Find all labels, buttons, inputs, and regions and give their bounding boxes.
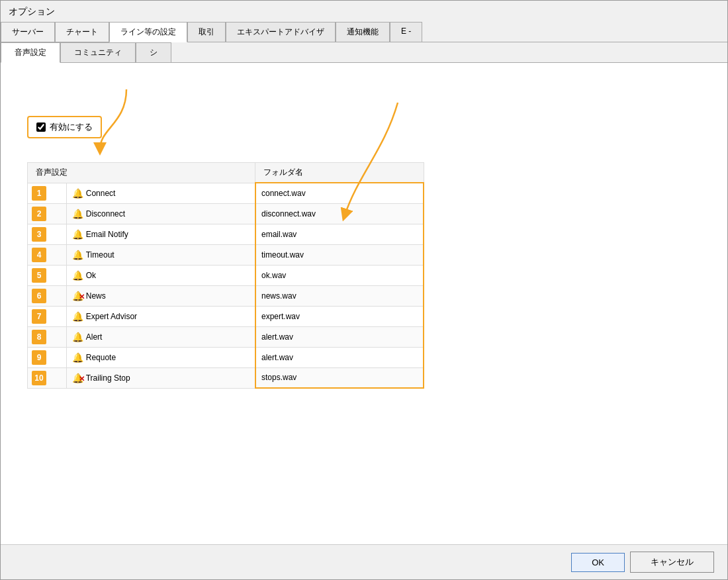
enable-checkbox[interactable] [36,122,46,132]
bell-icon: 🔔 [72,250,83,260]
file-name: ok.wav [261,271,286,280]
tab-trade[interactable]: 取引 [187,22,226,42]
col-file-header: フォルダ名 [255,163,424,183]
tab-bar-row2: 音声設定 コミュニティ シ [1,42,727,63]
sound-label: News [86,291,106,301]
window-title: オプション [9,6,55,17]
bell-icon: 🔔 [72,209,83,219]
enable-checkbox-container[interactable]: 有効にする [27,116,102,138]
content-area: 有効にする 音声設定 フォルダ名 1🔔Connectconnect.wav2🔔D… [1,63,727,544]
file-name: connect.wav [261,189,306,198]
row-number: 10 [32,371,46,385]
row-number: 3 [32,227,46,242]
sound-name-cell: 🔔Email Notify [66,224,255,244]
footer: OK キャンセル [1,544,727,579]
main-window: オプション サーバー チャート ライン等の設定 取引 エキスパートアドバイザ 通… [0,0,728,580]
row-number: 2 [32,207,46,221]
table-row[interactable]: 10🔔✕Trailing Stopstops.wav [28,367,424,388]
sound-file-cell[interactable]: timeout.wav [255,244,424,265]
sound-file-cell[interactable]: expert.wav [255,306,424,326]
table-row[interactable]: 6🔔✕Newsnews.wav [28,285,424,306]
sound-file-cell[interactable]: email.wav [255,224,424,244]
row-number: 8 [32,330,46,344]
cancel-button[interactable]: キャンセル [630,552,714,573]
sound-name-cell: 🔔Disconnect [66,203,255,224]
ok-button[interactable]: OK [571,553,625,572]
bell-x-icon: 🔔✕ [72,291,83,301]
sound-name-cell: 🔔✕Trailing Stop [66,367,255,388]
sound-label: Ok [86,271,96,280]
sound-file-cell[interactable]: stops.wav [255,367,424,388]
bell-icon: 🔔 [72,270,83,281]
tab-shi[interactable]: シ [136,42,171,62]
sound-label: Timeout [86,250,114,260]
table-row[interactable]: 5🔔Okok.wav [28,265,424,285]
col-name-header: 音声設定 [28,163,255,183]
file-name: timeout.wav [261,250,304,260]
enable-label: 有効にする [50,121,93,133]
bell-icon: 🔔 [72,332,83,342]
file-name: disconnect.wav [261,209,316,218]
table-section: 音声設定 フォルダ名 1🔔Connectconnect.wav2🔔Disconn… [27,162,707,389]
file-name: expert.wav [261,312,300,321]
sound-name-cell: 🔔Ok [66,265,255,285]
sound-name-cell: 🔔Requote [66,347,255,367]
bell-icon: 🔔 [72,352,83,363]
table-row[interactable]: 8🔔Alertalert.wav [28,326,424,347]
sound-label: Alert [86,332,103,342]
tab-notify[interactable]: 通知機能 [336,22,390,42]
sound-label: Disconnect [86,209,125,218]
sound-label: Expert Advisor [86,312,137,321]
table-row[interactable]: 1🔔Connectconnect.wav [28,183,424,203]
tab-sound-settings[interactable]: 音声設定 [1,42,60,63]
table-row[interactable]: 7🔔Expert Advisorexpert.wav [28,306,424,326]
row-number: 9 [32,350,46,365]
sound-name-cell: 🔔Expert Advisor [66,306,255,326]
bell-x-icon: 🔔✕ [72,373,83,383]
sound-file-cell[interactable]: disconnect.wav [255,203,424,224]
table-row[interactable]: 2🔔Disconnectdisconnect.wav [28,203,424,224]
sound-name-cell: 🔔Alert [66,326,255,347]
table-row[interactable]: 9🔔Requotealert.wav [28,347,424,367]
sound-label: Requote [86,353,116,362]
row-number: 4 [32,248,46,262]
tab-server[interactable]: サーバー [1,22,55,42]
tab-expert[interactable]: エキスパートアドバイザ [226,22,336,42]
sound-file-cell[interactable]: news.wav [255,285,424,306]
table-row[interactable]: 3🔔Email Notifyemail.wav [28,224,424,244]
file-name: email.wav [261,230,296,239]
file-name: stops.wav [261,373,296,382]
table-row[interactable]: 4🔔Timeouttimeout.wav [28,244,424,265]
file-name: news.wav [261,291,296,301]
file-name: alert.wav [261,353,293,362]
bell-icon: 🔔 [72,229,83,240]
tab-chart[interactable]: チャート [55,22,109,42]
file-name: alert.wav [261,332,293,342]
tab-email[interactable]: E - [390,22,422,42]
tab-community[interactable]: コミュニティ [60,42,136,62]
bell-icon: 🔔 [72,311,83,322]
sound-file-cell[interactable]: ok.wav [255,265,424,285]
sound-table: 音声設定 フォルダ名 1🔔Connectconnect.wav2🔔Disconn… [27,162,424,389]
sound-label: Trailing Stop [86,373,130,383]
sound-label: Connect [86,189,116,198]
row-number: 5 [32,268,46,283]
row-number: 6 [32,289,46,303]
row-number: 7 [32,309,46,324]
bell-icon: 🔔 [72,188,83,199]
sound-name-cell: 🔔✕News [66,285,255,306]
sound-file-cell[interactable]: connect.wav [255,183,424,203]
sound-name-cell: 🔔Connect [66,183,255,203]
row-number: 1 [32,186,46,201]
title-bar: オプション [1,1,727,21]
sound-file-cell[interactable]: alert.wav [255,326,424,347]
tab-line-settings[interactable]: ライン等の設定 [109,22,187,42]
sound-file-cell[interactable]: alert.wav [255,347,424,367]
tab-bar-row1: サーバー チャート ライン等の設定 取引 エキスパートアドバイザ 通知機能 E … [1,21,727,42]
sound-label: Email Notify [86,230,128,239]
sound-name-cell: 🔔Timeout [66,244,255,265]
